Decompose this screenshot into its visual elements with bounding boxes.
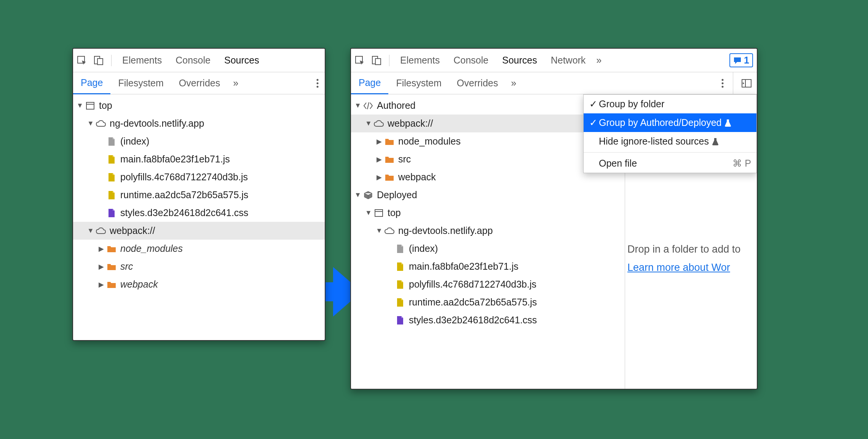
issues-count: 1 <box>744 55 749 66</box>
file-css-icon <box>107 208 116 218</box>
tree-row-file[interactable]: (index) <box>351 240 625 258</box>
device-toggle-icon[interactable] <box>372 56 381 65</box>
svg-point-11 <box>722 79 724 81</box>
main-tabbar: Elements Console Sources Network » 1 <box>351 49 757 72</box>
tab-console[interactable]: Console <box>169 49 217 72</box>
folder-icon <box>107 244 116 254</box>
subtab-kebab-icon[interactable] <box>310 79 325 88</box>
tab-console[interactable]: Console <box>447 49 495 72</box>
menu-separator <box>584 152 756 153</box>
show-navigator-icon[interactable] <box>742 78 752 88</box>
chevron-down-icon: ▼ <box>77 102 83 110</box>
workspace-learn-link[interactable]: Learn more about Wor <box>627 262 730 274</box>
sources-subtabbar: Page Filesystem Overrides » <box>73 72 325 94</box>
tree-row-file[interactable]: polyfills.4c768d7122740d3b.js <box>73 168 325 186</box>
tree-label: styles.d3e2b24618d2c641.css <box>120 207 248 218</box>
tab-sources[interactable]: Sources <box>495 49 544 72</box>
tree-row-folder[interactable]: ▶webpack <box>73 275 325 293</box>
code-icon <box>363 101 373 111</box>
tree-row-file[interactable]: runtime.aa2dc5a72b65a575.js <box>351 293 625 311</box>
chevron-right-icon: ▶ <box>376 155 382 164</box>
subtab-page[interactable]: Page <box>351 73 388 94</box>
tree-label: Authored <box>377 100 415 111</box>
chevron-down-icon: ▼ <box>355 191 361 199</box>
tree-row-domain[interactable]: ▼ng-devtools.netlify.app <box>351 222 625 240</box>
tree-label: runtime.aa2dc5a72b65a575.js <box>120 189 248 200</box>
subtab-filesystem[interactable]: Filesystem <box>388 72 449 94</box>
tree-label: polyfills.4c768d7122740d3b.js <box>120 172 248 183</box>
tree-label: main.fa8bfa0e23f1eb71.js <box>120 154 230 165</box>
tree-row-top[interactable]: ▼top <box>351 204 625 222</box>
tree-row-file[interactable]: (index) <box>73 132 325 150</box>
subtab-overrides[interactable]: Overrides <box>449 72 506 94</box>
main-tabbar: Elements Console Sources <box>73 49 325 72</box>
tree-row-file[interactable]: styles.d3e2b24618d2c641.css <box>351 311 625 329</box>
tab-elements[interactable]: Elements <box>393 49 447 72</box>
menu-item-open-file[interactable]: Open file ⌘ P <box>584 154 756 173</box>
subtab-filesystem[interactable]: Filesystem <box>110 72 171 94</box>
sources-tree: ▼top ▼ng-devtools.netlify.app (index) ma… <box>73 94 325 296</box>
flask-icon <box>724 119 731 127</box>
check-icon: ✓ <box>587 117 599 128</box>
tab-network[interactable]: Network <box>544 49 593 72</box>
tree-label: ng-devtools.netlify.app <box>398 225 493 236</box>
tree-row-file[interactable]: main.fa8bfa0e23f1eb71.js <box>73 150 325 168</box>
subtab-more-icon[interactable]: » <box>506 78 522 89</box>
subtab-page[interactable]: Page <box>73 73 110 94</box>
check-icon: ✓ <box>587 99 599 110</box>
menu-label: Hide ignore-listed sources <box>599 136 709 147</box>
chevron-down-icon: ▼ <box>376 227 382 235</box>
tab-sources[interactable]: Sources <box>217 49 266 72</box>
issues-badge[interactable]: 1 <box>729 53 753 67</box>
cube-icon <box>363 190 373 200</box>
menu-label: Open file <box>599 158 637 169</box>
tree-row-folder[interactable]: ▶src <box>73 258 325 275</box>
cloud-icon <box>96 119 106 129</box>
chevron-down-icon: ▼ <box>88 227 94 235</box>
folder-icon <box>107 280 116 289</box>
file-icon <box>107 137 116 146</box>
inspect-icon[interactable] <box>77 56 87 65</box>
tab-more-icon[interactable]: » <box>592 55 605 66</box>
tree-row-file[interactable]: styles.d3e2b24618d2c641.css <box>73 204 325 222</box>
svg-rect-6 <box>86 102 94 109</box>
device-toggle-icon[interactable] <box>94 56 104 65</box>
tree-row-folder[interactable]: ▶node_modules <box>73 240 325 258</box>
svg-point-4 <box>317 82 319 84</box>
tree-label: polyfills.4c768d7122740d3b.js <box>409 279 536 290</box>
flask-icon <box>712 138 719 145</box>
tree-row-webpack[interactable]: ▼webpack:// <box>73 222 325 240</box>
menu-item-group-folder[interactable]: ✓ Group by folder <box>584 95 756 113</box>
tree-label: webpack <box>120 279 158 290</box>
workspace-hint-text: Drop in a folder to add to <box>627 243 740 255</box>
context-menu: ✓ Group by folder ✓ Group by Authored/De… <box>583 94 757 173</box>
tree-row-domain[interactable]: ▼ng-devtools.netlify.app <box>73 115 325 132</box>
tree-label: styles.d3e2b24618d2c641.css <box>409 315 537 326</box>
cloud-icon <box>385 226 394 236</box>
tree-label: webpack <box>398 172 436 183</box>
subtab-overrides[interactable]: Overrides <box>171 72 228 94</box>
tree-row-file[interactable]: polyfills.4c768d7122740d3b.js <box>351 275 625 293</box>
inspect-icon[interactable] <box>355 56 365 65</box>
folder-icon <box>385 154 394 164</box>
chevron-right-icon: ▶ <box>98 262 104 271</box>
chevron-down-icon: ▼ <box>88 119 94 127</box>
tab-elements[interactable]: Elements <box>115 49 169 72</box>
menu-item-group-authored[interactable]: ✓ Group by Authored/Deployed <box>584 113 756 132</box>
file-js-icon <box>107 190 116 200</box>
chat-icon <box>733 57 742 64</box>
subtab-more-icon[interactable]: » <box>228 78 244 89</box>
tree-label: node_modules <box>398 136 461 147</box>
menu-item-hide-ignored[interactable]: Hide ignore-listed sources <box>584 132 756 151</box>
tree-row-top[interactable]: ▼top <box>73 97 325 115</box>
chevron-right-icon: ▶ <box>376 173 382 181</box>
tree-row-file[interactable]: runtime.aa2dc5a72b65a575.js <box>73 186 325 204</box>
tree-row-file[interactable]: main.fa8bfa0e23f1eb71.js <box>351 258 625 275</box>
tree-label: src <box>398 154 411 165</box>
subtab-kebab-icon[interactable] <box>715 79 730 88</box>
tree-row-deployed[interactable]: ▼Deployed <box>351 186 625 204</box>
tree-label: top <box>388 207 401 218</box>
menu-shortcut: ⌘ P <box>732 158 751 169</box>
tree-label: ng-devtools.netlify.app <box>110 118 204 129</box>
svg-rect-2 <box>97 59 103 65</box>
